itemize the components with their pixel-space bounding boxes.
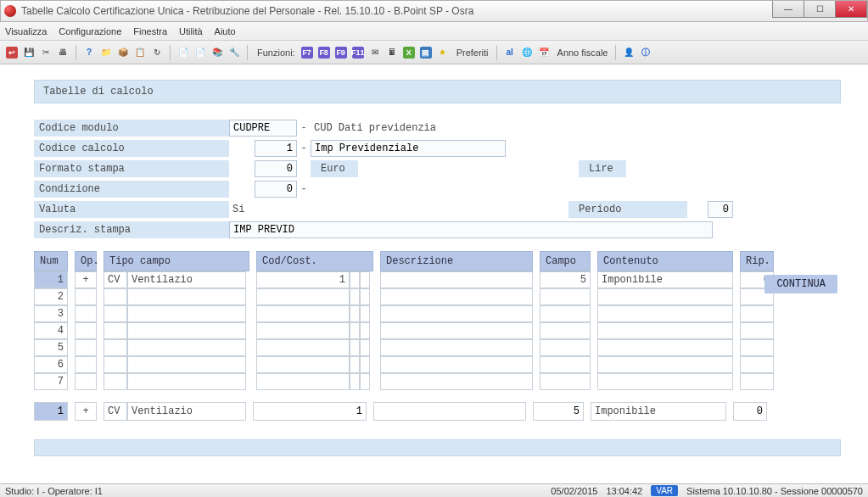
cell-flag[interactable] <box>350 356 360 373</box>
cell-op[interactable]: + <box>75 271 97 288</box>
codice-calcolo-input[interactable] <box>255 140 297 157</box>
cell-num[interactable]: 3 <box>34 305 68 322</box>
cell-cont[interactable] <box>597 356 733 373</box>
cell-tipo[interactable] <box>127 322 246 339</box>
cell-cv[interactable]: CV <box>104 271 127 288</box>
doc-icon[interactable]: 📄 <box>176 46 190 59</box>
cell-num[interactable]: 2 <box>34 288 68 305</box>
cell-desc[interactable] <box>380 322 533 339</box>
codice-modulo-input[interactable] <box>229 120 297 137</box>
cell-cod[interactable] <box>256 288 350 305</box>
cell-cod[interactable] <box>256 322 350 339</box>
cell-flag[interactable] <box>360 305 370 322</box>
edit-op[interactable]: + <box>75 402 97 421</box>
globe-icon[interactable]: 🌐 <box>520 46 534 59</box>
font-icon[interactable]: aI <box>503 46 517 59</box>
info-icon[interactable]: ⓘ <box>639 46 652 59</box>
cell-cv[interactable] <box>104 305 127 322</box>
excel-icon[interactable]: X <box>402 46 416 59</box>
cell-cont[interactable] <box>597 288 733 305</box>
f8-icon[interactable]: F8 <box>317 46 331 59</box>
mail-icon[interactable]: ✉ <box>368 46 382 59</box>
tool-icon[interactable]: 🔧 <box>227 46 241 59</box>
cell-num[interactable]: 4 <box>34 322 68 339</box>
cell-flag[interactable] <box>350 271 360 288</box>
menu-finestra[interactable]: Finestra <box>133 26 167 36</box>
cell-flag[interactable] <box>360 373 370 390</box>
calendar-icon[interactable]: 📅 <box>537 46 551 59</box>
chart-icon[interactable]: ▤ <box>419 46 433 59</box>
cell-op[interactable] <box>75 288 97 305</box>
cell-cv[interactable] <box>104 356 127 373</box>
cell-flag[interactable] <box>350 339 360 356</box>
exit-icon[interactable]: ↩ <box>5 46 19 59</box>
menu-aiuto[interactable]: Aiuto <box>215 26 236 36</box>
cell-flag[interactable] <box>350 305 360 322</box>
cell-campo[interactable] <box>540 373 591 390</box>
cell-num[interactable]: 6 <box>34 356 68 373</box>
edit-num[interactable] <box>34 402 68 421</box>
edit-tipo[interactable]: Ventilazio <box>127 402 246 421</box>
cell-num[interactable]: 7 <box>34 373 68 390</box>
cell-cont[interactable]: Imponibile <box>597 271 733 288</box>
descriz-input[interactable] <box>229 221 713 238</box>
cell-tipo[interactable] <box>127 356 246 373</box>
cell-desc[interactable] <box>380 305 533 322</box>
menu-visualizza[interactable]: Visualizza <box>5 26 47 36</box>
edit-cont[interactable]: Imponibile <box>591 402 726 421</box>
cell-cv[interactable] <box>104 339 127 356</box>
cell-rip[interactable] <box>740 305 774 322</box>
cell-campo[interactable]: 5 <box>540 271 591 288</box>
cell-tipo[interactable] <box>127 373 246 390</box>
cell-op[interactable] <box>75 356 97 373</box>
cell-desc[interactable] <box>380 339 533 356</box>
cell-cod[interactable] <box>256 305 350 322</box>
cell-desc[interactable] <box>380 373 533 390</box>
cell-cont[interactable] <box>597 339 733 356</box>
cell-campo[interactable] <box>540 288 591 305</box>
cell-num[interactable]: 1 <box>34 271 68 288</box>
cell-tipo[interactable] <box>127 305 246 322</box>
star-icon[interactable]: ★ <box>436 46 450 59</box>
user-icon[interactable]: 👤 <box>622 46 636 59</box>
cell-cod[interactable] <box>256 339 350 356</box>
cell-op[interactable] <box>75 322 97 339</box>
periodo-input[interactable] <box>708 201 733 218</box>
refresh-icon[interactable]: ↻ <box>150 46 164 59</box>
cell-op[interactable] <box>75 339 97 356</box>
book-icon[interactable]: 📚 <box>210 46 224 59</box>
cell-flag[interactable] <box>360 339 370 356</box>
cell-campo[interactable] <box>540 305 591 322</box>
cell-num[interactable]: 5 <box>34 339 68 356</box>
cell-rip[interactable] <box>740 339 774 356</box>
cell-op[interactable] <box>75 373 97 390</box>
edit-desc[interactable] <box>373 402 526 421</box>
cell-desc[interactable] <box>380 356 533 373</box>
cell-flag[interactable] <box>360 271 370 288</box>
cell-flag[interactable] <box>360 322 370 339</box>
menu-utilita[interactable]: Utilità <box>179 26 203 36</box>
doc2-icon[interactable]: 📄 <box>193 46 207 59</box>
cell-campo[interactable] <box>540 339 591 356</box>
condizione-input[interactable] <box>255 181 297 198</box>
cell-flag[interactable] <box>350 373 360 390</box>
cell-op[interactable] <box>75 305 97 322</box>
calc-icon[interactable]: 🖩 <box>385 46 399 59</box>
maximize-button[interactable]: ☐ <box>804 1 836 18</box>
cell-cont[interactable] <box>597 322 733 339</box>
cell-flag[interactable] <box>360 288 370 305</box>
edit-rip[interactable] <box>733 402 767 421</box>
box-icon[interactable]: 📦 <box>116 46 130 59</box>
cell-rip[interactable] <box>740 356 774 373</box>
codice-calcolo-desc[interactable] <box>311 140 506 157</box>
cell-tipo[interactable]: Ventilazio <box>127 271 246 288</box>
cell-flag[interactable] <box>360 356 370 373</box>
menu-configurazione[interactable]: Configurazione <box>59 26 121 36</box>
list-icon[interactable]: 📋 <box>133 46 147 59</box>
f9-icon[interactable]: F9 <box>334 46 348 59</box>
cell-desc[interactable] <box>380 288 533 305</box>
formato-input[interactable] <box>255 160 297 177</box>
cell-cv[interactable] <box>104 288 127 305</box>
cut-icon[interactable]: ✂ <box>39 46 53 59</box>
help-icon[interactable]: ? <box>82 46 96 59</box>
